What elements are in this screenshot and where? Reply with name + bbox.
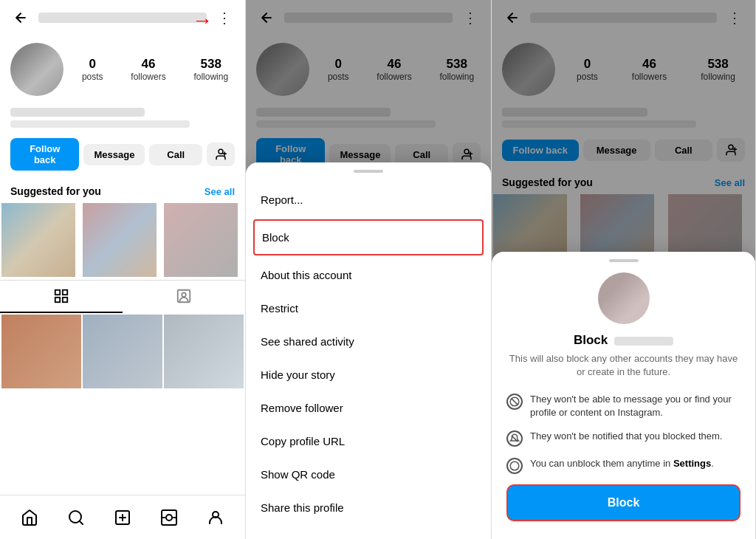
svg-rect-5 — [55, 298, 60, 302]
svg-point-15 — [166, 515, 172, 521]
action-buttons-1: Follow back Message Call — [0, 132, 245, 176]
username-bar-1 — [38, 13, 207, 23]
svg-point-0 — [219, 149, 223, 154]
sheet-item-restrict[interactable]: Restrict — [246, 292, 491, 325]
more-button-1[interactable]: ⋮ — [214, 7, 235, 28]
message-button-1[interactable]: Message — [83, 144, 145, 165]
dialog-username-bar — [614, 337, 673, 346]
bottom-sheet-2: Report... Block About this account Restr… — [246, 162, 491, 539]
back-button-1[interactable] — [10, 7, 31, 28]
svg-point-28 — [510, 461, 519, 470]
dialog-info-1: They won't be able to message you or fin… — [506, 393, 740, 419]
bottom-nav-1 — [0, 495, 245, 539]
dialog-handle — [609, 259, 639, 262]
stat-followers-1[interactable]: 46 followers — [131, 57, 165, 82]
nav-search-1[interactable] — [63, 504, 89, 531]
followers-count-1: 46 — [131, 57, 165, 72]
panel-1: → ⋮ 0 posts 46 followers 538 followi — [0, 0, 246, 539]
following-count-1: 538 — [193, 57, 228, 72]
nav-add-1[interactable] — [109, 504, 136, 531]
dialog-info-text-2: They won't be notified that you blocked … — [530, 430, 722, 443]
tab-tagged-1[interactable] — [123, 281, 245, 313]
unblock-icon — [506, 458, 523, 474]
name-block-1 — [0, 103, 245, 132]
see-all-1[interactable]: See all — [205, 186, 235, 197]
grid-row2-1 — [0, 313, 245, 388]
block-dialog: Block This will also block any other acc… — [492, 252, 755, 539]
svg-point-8 — [182, 292, 186, 297]
grid-img-5 — [83, 315, 162, 388]
dialog-info-3: You can unblock them anytime in Settings… — [506, 457, 740, 474]
dialog-info-2: They won't be notified that you blocked … — [506, 430, 740, 447]
svg-rect-3 — [55, 290, 60, 295]
posts-count-1: 0 — [82, 57, 103, 72]
panel-2: ⋮ 0 posts 46 followers 538 following Fo — [246, 0, 492, 539]
profile-tabs-1 — [0, 280, 245, 313]
dialog-avatar — [598, 272, 650, 324]
sheet-item-shared[interactable]: See shared activity — [246, 325, 491, 358]
dialog-info-text-1: They won't be able to message you or fin… — [530, 393, 740, 419]
dialog-info-text-3: You can unblock them anytime in Settings… — [530, 457, 714, 470]
top-nav-1: ⋮ — [0, 0, 245, 35]
profile-header-1: 0 posts 46 followers 538 following — [0, 35, 245, 103]
nav-home-1[interactable] — [16, 504, 43, 531]
person-button-1[interactable] — [207, 143, 235, 166]
stats-1: 0 posts 46 followers 538 following — [75, 57, 235, 82]
sheet-item-share[interactable]: Share this profile — [246, 491, 491, 524]
svg-rect-6 — [63, 298, 67, 302]
nav-profile-1[interactable] — [202, 504, 229, 531]
stat-posts-1: 0 posts — [82, 57, 103, 82]
svg-rect-4 — [63, 290, 67, 295]
avatar-1 — [10, 43, 63, 96]
suggested-grid-1 — [0, 203, 245, 277]
followers-label-1: followers — [131, 72, 165, 82]
sheet-item-block[interactable]: Block — [253, 219, 484, 255]
following-label-1: following — [193, 72, 228, 82]
suggested-header-1: Suggested for you See all — [0, 176, 245, 203]
grid-img-6 — [164, 315, 244, 388]
tab-grid-1[interactable] — [0, 281, 123, 313]
block-confirm-button[interactable]: Block — [506, 484, 740, 521]
nav-reels-1[interactable] — [156, 504, 182, 531]
follow-back-button-1[interactable]: Follow back — [10, 138, 79, 171]
sheet-item-remove-follower[interactable]: Remove follower — [246, 391, 491, 425]
dialog-subtitle: This will also block any other accounts … — [506, 352, 740, 379]
dialog-title: Block — [574, 333, 611, 347]
sheet-item-qr[interactable]: Show QR code — [246, 458, 491, 491]
suggested-title-1: Suggested for you — [10, 185, 101, 197]
posts-label-1: posts — [82, 72, 103, 82]
sheet-item-hide-story[interactable]: Hide your story — [246, 358, 491, 391]
no-notify-icon — [506, 430, 523, 447]
dialog-title-row: Block — [506, 333, 740, 348]
name-bar2-1 — [10, 120, 190, 128]
sheet-item-report[interactable]: Report... — [246, 183, 491, 216]
suggested-item-2 — [83, 203, 157, 277]
sheet-item-about[interactable]: About this account — [246, 258, 491, 292]
svg-line-10 — [79, 521, 82, 523]
panel-3: ⋮ 0 posts 46 followers 538 following Fo — [492, 0, 756, 539]
suggested-item-1 — [1, 203, 75, 277]
sheet-handle-2 — [354, 170, 383, 173]
no-message-icon — [506, 394, 523, 410]
sheet-item-copy-url[interactable]: Copy profile URL — [246, 425, 491, 458]
stat-following-1[interactable]: 538 following — [193, 57, 228, 82]
suggested-item-3 — [164, 203, 238, 277]
name-bar-1 — [10, 108, 145, 117]
svg-line-26 — [512, 399, 518, 405]
call-button-1[interactable]: Call — [149, 144, 202, 165]
grid-img-4 — [1, 315, 81, 388]
